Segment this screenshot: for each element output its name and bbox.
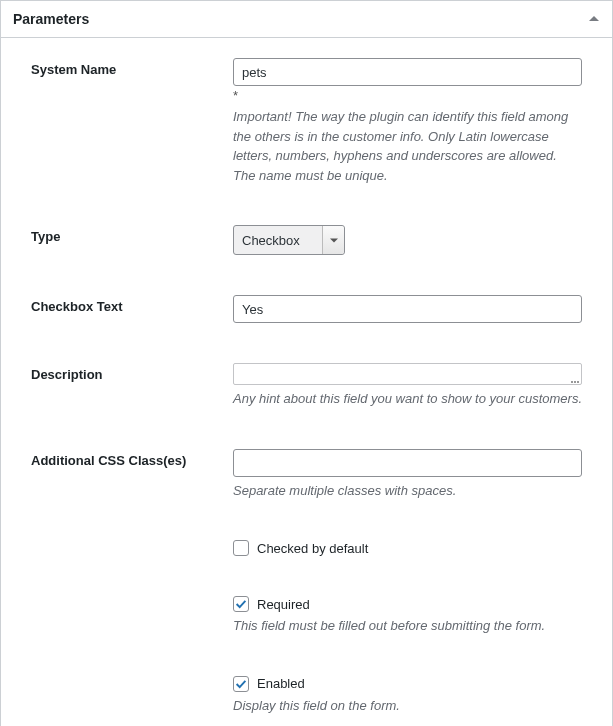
- resize-handle-icon: [569, 373, 579, 383]
- type-select[interactable]: Checkbox: [234, 226, 344, 254]
- required-label: Required: [257, 597, 310, 612]
- checkmark-icon: [234, 597, 248, 611]
- row-checked-default: Checked by default: [13, 540, 600, 556]
- description-hint: Any hint about this field you want to sh…: [233, 389, 582, 409]
- parameters-panel: Parameters System Name * Important! The …: [0, 0, 613, 726]
- label-type: Type: [13, 225, 233, 244]
- label-system-name: System Name: [13, 58, 233, 77]
- enabled-label: Enabled: [257, 676, 305, 691]
- checkbox-text-input[interactable]: [233, 295, 582, 323]
- caret-up-icon: [589, 14, 599, 24]
- panel-body: System Name * Important! The way the plu…: [1, 38, 612, 726]
- panel-toggle[interactable]: [576, 1, 612, 37]
- description-input[interactable]: [233, 363, 582, 385]
- label-css-classes: Additional CSS Class(es): [13, 449, 233, 468]
- enabled-checkbox[interactable]: [233, 676, 249, 692]
- row-checkbox-text: Checkbox Text: [13, 295, 600, 323]
- required-indicator: *: [233, 88, 582, 103]
- css-classes-input[interactable]: [233, 449, 582, 477]
- system-name-input[interactable]: [233, 58, 582, 86]
- row-system-name: System Name * Important! The way the plu…: [13, 58, 600, 185]
- checked-default-label: Checked by default: [257, 541, 368, 556]
- css-classes-hint: Separate multiple classes with spaces.: [233, 481, 582, 501]
- row-enabled: Enabled Display this field on the form.: [13, 676, 600, 716]
- system-name-hint: Important! The way the plugin can identi…: [233, 107, 582, 185]
- panel-title: Parameters: [1, 1, 101, 37]
- label-checkbox-text: Checkbox Text: [13, 295, 233, 314]
- panel-header: Parameters: [1, 1, 612, 38]
- required-checkbox[interactable]: [233, 596, 249, 612]
- row-required: Required This field must be filled out b…: [13, 596, 600, 636]
- row-css-classes: Additional CSS Class(es) Separate multip…: [13, 449, 600, 501]
- row-description: Description Any hint about this field yo…: [13, 363, 600, 409]
- row-type: Type Checkbox: [13, 225, 600, 255]
- required-hint: This field must be filled out before sub…: [233, 616, 582, 636]
- checked-default-checkbox[interactable]: [233, 540, 249, 556]
- label-description: Description: [13, 363, 233, 382]
- type-select-wrap: Checkbox: [233, 225, 345, 255]
- enabled-hint: Display this field on the form.: [233, 696, 582, 716]
- checkmark-icon: [234, 677, 248, 691]
